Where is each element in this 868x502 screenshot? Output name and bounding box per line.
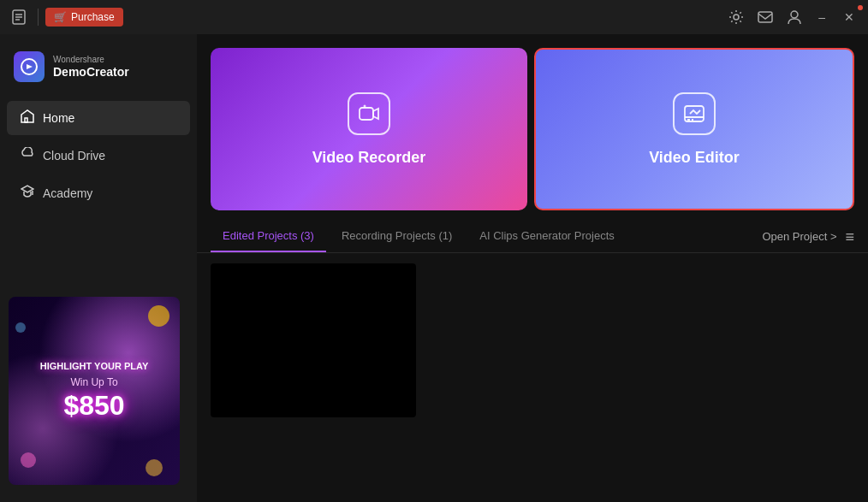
- menu-button[interactable]: ≡: [845, 229, 854, 245]
- home-label: Home: [43, 111, 74, 125]
- purchase-button[interactable]: 🛒 Purchase: [45, 8, 123, 27]
- ad-title: HIGHLIGHT YOUR PLAY: [40, 360, 149, 372]
- tab-ai-clips[interactable]: AI Clips Generator Projects: [467, 221, 627, 252]
- logo-brand: Wondershare: [53, 55, 129, 65]
- settings-icon-btn[interactable]: [724, 5, 748, 29]
- sidebar-item-home[interactable]: Home: [7, 101, 190, 135]
- content-area: Video Recorder Video Editor Edited Proje…: [197, 34, 868, 502]
- cloud-drive-icon: [21, 147, 34, 164]
- svg-point-4: [734, 15, 739, 20]
- cloud-drive-label: Cloud Drive: [43, 149, 105, 162]
- ad-amount: $850: [63, 390, 124, 422]
- logo-text: Wondershare DemoCreator: [53, 55, 129, 80]
- account-icon-btn[interactable]: [782, 5, 806, 29]
- svg-rect-5: [758, 12, 772, 22]
- svg-rect-8: [25, 118, 27, 122]
- projects-area: [197, 253, 868, 502]
- svg-rect-9: [360, 108, 373, 120]
- notes-icon-btn[interactable]: [7, 5, 31, 29]
- academy-icon: [21, 185, 34, 202]
- tab-edited-projects[interactable]: Edited Projects (3): [211, 221, 326, 252]
- sidebar-item-cloud-drive[interactable]: Cloud Drive: [7, 139, 190, 173]
- sidebar-item-academy[interactable]: Academy: [7, 176, 190, 210]
- svg-point-6: [791, 11, 798, 18]
- minimize-button[interactable]: –: [812, 7, 832, 27]
- open-project-button[interactable]: Open Project >: [762, 230, 836, 243]
- academy-label: Academy: [43, 186, 92, 200]
- main-layout: Wondershare DemoCreator Home Cloud Drive: [0, 34, 868, 502]
- recorder-icon: [348, 92, 390, 135]
- sidebar-ad[interactable]: HIGHLIGHT YOUR PLAY Win Up To $850: [9, 297, 180, 485]
- separator: [38, 9, 39, 26]
- purchase-label: Purchase: [71, 11, 115, 23]
- recorder-label: Video Recorder: [312, 149, 426, 167]
- video-editor-card[interactable]: Video Editor: [534, 48, 854, 210]
- mail-icon-btn[interactable]: [753, 5, 777, 29]
- close-button[interactable]: ✕: [837, 7, 861, 27]
- tab-recording-projects[interactable]: Recording Projects (1): [330, 221, 464, 252]
- sidebar: Wondershare DemoCreator Home Cloud Drive: [0, 34, 197, 502]
- editor-label: Video Editor: [649, 149, 740, 167]
- logo-icon: [14, 51, 45, 82]
- app-logo: Wondershare DemoCreator: [0, 43, 197, 99]
- svg-point-10: [364, 104, 366, 107]
- tabs-row: Edited Projects (3) Recording Projects (…: [197, 221, 868, 253]
- editor-icon: [673, 92, 716, 135]
- cart-icon: 🛒: [54, 11, 67, 23]
- home-icon: [21, 109, 34, 127]
- tabs-actions: Open Project > ≡: [762, 229, 854, 245]
- video-recorder-card[interactable]: Video Recorder: [211, 48, 527, 210]
- ad-line2: Win Up To: [70, 376, 117, 388]
- title-bar-left: 🛒 Purchase: [7, 5, 123, 29]
- project-thumbnail[interactable]: [211, 263, 416, 417]
- title-bar: 🛒 Purchase – ✕: [0, 0, 868, 34]
- hero-section: Video Recorder Video Editor: [197, 34, 868, 221]
- logo-product: DemoCreator: [53, 65, 129, 80]
